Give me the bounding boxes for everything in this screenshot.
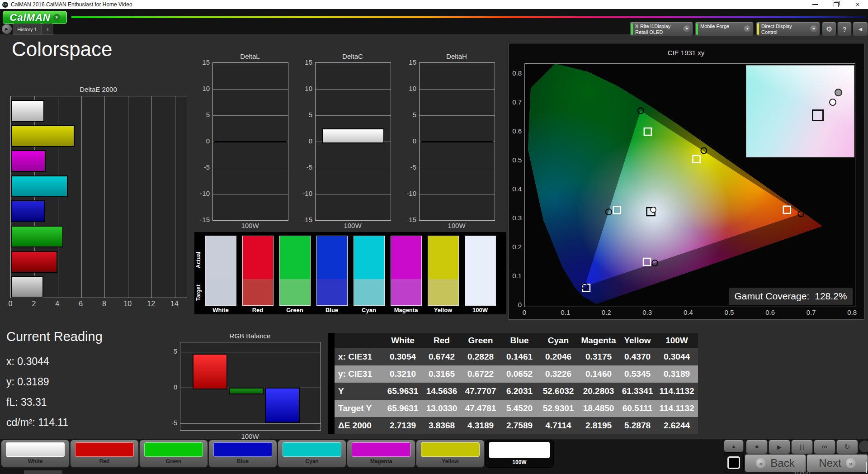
axis-tick-label: 15 [400, 58, 416, 66]
deltae-chart [10, 96, 187, 298]
pattern-button-100w[interactable]: 100W [485, 440, 554, 468]
axis-tick-label: 5 [193, 111, 210, 118]
pattern-chip [144, 442, 203, 457]
collapse-panel-button[interactable]: ◀ [853, 22, 868, 36]
swatch-target [391, 279, 421, 305]
swatch-label: Magenta [387, 307, 425, 313]
source-dropdown[interactable]: Mobile Forge ▼ [695, 22, 754, 36]
help-icon: ? [842, 25, 846, 33]
mini-chart-deltah [419, 62, 495, 221]
axis-tick-label: 15 [296, 58, 312, 66]
chevron-down-icon[interactable]: ▼ [683, 25, 691, 32]
up-arrow-icon: ▲ [731, 444, 736, 449]
grid-line [180, 423, 321, 424]
grid-line [180, 352, 321, 352]
chevron-down-icon[interactable]: ▼ [810, 25, 818, 32]
swatch-actual [206, 236, 236, 279]
zero-value-bar [421, 141, 493, 142]
mini-chart-title: DeltaC [315, 52, 390, 60]
restore-button[interactable] [828, 0, 844, 9]
rgb-bar-green [229, 388, 264, 394]
axis-tick-label: 0.1 [557, 308, 575, 316]
table-cell: 114.1132 [656, 400, 698, 417]
axis-tick-label: 14 [168, 300, 181, 308]
inset-measured-gray [835, 89, 842, 96]
grid-line [175, 96, 175, 298]
minimize-button[interactable] [807, 0, 823, 9]
pattern-chip [352, 442, 410, 457]
pattern-button-magenta[interactable]: Magenta [347, 440, 415, 468]
table-row-label: Y [335, 383, 383, 400]
table-cell: 0.6742 [422, 348, 461, 365]
axis-tick-label: 0.4 [679, 308, 697, 316]
right-edge-marker [866, 462, 867, 473]
table-cell: 0.0652 [500, 365, 539, 383]
calman-logo-menu[interactable]: CalMAN ▼ [3, 11, 67, 24]
grid-line [420, 168, 495, 168]
table-cell: 0.1461 [500, 348, 539, 365]
pattern-button-red[interactable]: Red [70, 440, 139, 468]
tab-add-button[interactable]: + [42, 24, 53, 35]
axis-tick-label: 0.7 [505, 98, 522, 106]
next-button-label: Next [819, 457, 841, 469]
table-header-cell: White [383, 333, 422, 348]
cie-chart-title: CIE 1931 xy [509, 49, 863, 57]
axis-tick-label: 0 [4, 300, 17, 308]
display-control-dropdown[interactable]: Direct Display Control ▼ [756, 22, 820, 36]
pattern-window-button[interactable] [724, 452, 744, 473]
axis-tick-label: 10 [296, 85, 312, 92]
pattern-button-white[interactable]: White [1, 440, 70, 468]
stop-button[interactable]: ■ [746, 440, 768, 454]
bottom-accent-bar [24, 470, 62, 474]
table-cell: 13.0330 [422, 400, 461, 417]
pattern-button-green[interactable]: Green [139, 440, 208, 468]
pattern-up-button[interactable]: ▲ [724, 440, 744, 452]
meter-dropdown[interactable]: X-Rite i1Display Retail OLED ▼ [630, 22, 693, 36]
axis-tick-label: 0 [296, 137, 312, 145]
mini-chart-x-label: 100W [315, 222, 390, 229]
axis-tick-label: 10 [121, 300, 134, 308]
calman-app-window: CM CalMAN 2016 CalMAN Enthusiast for Hom… [0, 0, 868, 474]
tab-history-1[interactable]: History 1 [13, 24, 42, 35]
axis-tick-label: -15 [296, 216, 312, 223]
infinity-icon: ∞ [822, 443, 827, 451]
axis-tick-label: 0.5 [505, 156, 522, 164]
continuous-measure-button[interactable]: ∞ [814, 440, 835, 454]
axis-tick-label: 15 [193, 58, 210, 66]
pattern-chip [283, 442, 341, 457]
current-reading-title: Current Reading [6, 329, 103, 344]
zero-value-bar [214, 141, 287, 142]
display-dropdown-label: Direct Display Control [761, 24, 809, 35]
swatch-column-white [205, 236, 236, 306]
axis-tick-label: 0 [163, 384, 177, 391]
swatch-label: Cyan [350, 307, 388, 313]
help-button[interactable]: ? [837, 22, 852, 36]
swatch-panel: Actual Target WhiteRedGreenBlueCyanMagen… [194, 232, 506, 314]
axis-tick-label: 0.1 [505, 272, 522, 280]
grid-line [213, 194, 288, 194]
close-button[interactable]: × [850, 0, 865, 9]
gamut-coverage-value: 128.2% [815, 291, 847, 302]
next-button[interactable]: Next » [807, 454, 868, 472]
table-header-cell [335, 333, 383, 348]
single-measure-button[interactable]: [·] [791, 440, 813, 454]
grid-line [316, 115, 391, 116]
pattern-button-yellow[interactable]: Yellow [416, 440, 485, 468]
pattern-button-cyan[interactable]: Cyan [278, 440, 346, 468]
mini-chart-x-label: 100W [419, 222, 494, 229]
refresh-button[interactable]: ↻ [836, 440, 858, 454]
table-cell: 2.8195 [578, 417, 619, 434]
tab-scroll-button[interactable]: ▶ [2, 24, 12, 34]
source-dropdown-label: Mobile Forge [700, 24, 742, 29]
next-chevrons-icon: » [846, 458, 856, 468]
chevron-down-icon[interactable]: ▼ [744, 25, 751, 32]
mini-chart-deltal [212, 62, 288, 221]
pattern-button-blue[interactable]: Blue [208, 440, 277, 468]
table-cell: 0.3044 [656, 348, 698, 365]
play-button[interactable]: ▶ [769, 440, 790, 454]
table-row-label: ΔE 2000 [335, 417, 383, 434]
table-cell: 47.7707 [461, 383, 500, 400]
grid-line [420, 194, 495, 194]
swatch-column-magenta [391, 236, 422, 306]
settings-button[interactable]: ⚙ [822, 22, 836, 36]
